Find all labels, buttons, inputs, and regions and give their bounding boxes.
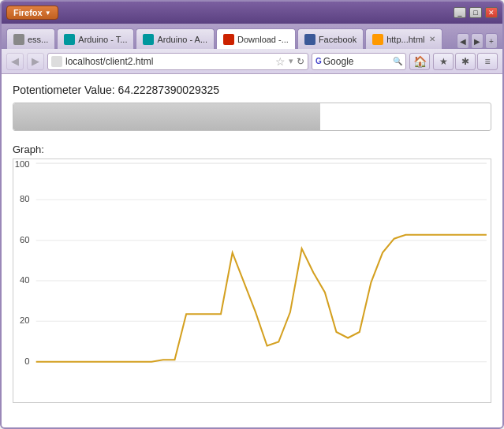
tools-button[interactable]: ✱ [455, 53, 476, 70]
firefox-menu-button[interactable]: Firefox [6, 6, 58, 20]
tab-arduino1-icon [64, 34, 75, 45]
tab-prev[interactable]: ess... [6, 28, 55, 49]
chart-svg: 0 20 40 60 80 100 [13, 159, 491, 402]
bookmarks-button[interactable]: ★ [433, 53, 454, 70]
search-text: Google [323, 56, 391, 67]
menu-button[interactable]: ≡ [477, 53, 498, 70]
graph-label: Graph: [13, 144, 491, 155]
rss-icon[interactable]: ▾ [289, 56, 293, 66]
tab-facebook[interactable]: Facebook [297, 28, 364, 49]
home-button[interactable]: 🏠 [409, 53, 430, 70]
tab-bar: ess... Arduino - T... Arduino - A... Dow… [2, 24, 502, 49]
search-button[interactable]: 🔍 [393, 57, 402, 65]
bookmark-star-icon[interactable]: ☆ [275, 55, 286, 68]
address-bar[interactable]: localhost/client2.html ☆ ▾ ↻ [47, 53, 308, 70]
chart-container: 0 20 40 60 80 100 [13, 159, 491, 403]
back-button[interactable]: ◀ [6, 53, 24, 70]
nav-bar: ◀ ▶ localhost/client2.html ☆ ▾ ↻ G Googl… [2, 49, 502, 74]
tab-facebook-icon [304, 34, 315, 45]
tab-arduino1[interactable]: Arduino - T... [57, 28, 134, 49]
tab-http[interactable]: http...html ✕ [365, 28, 442, 49]
google-icon: G [315, 57, 322, 65]
minimize-button[interactable]: _ [454, 7, 466, 18]
address-text: localhost/client2.html [65, 56, 272, 67]
tab-facebook-label: Facebook [319, 35, 357, 44]
potentiometer-label: Potentiometer Value: 64.22287390029325 [13, 84, 491, 96]
tab-arduino2[interactable]: Arduino - A... [136, 28, 215, 49]
tab-scroll-right[interactable]: ▶ [471, 33, 483, 49]
tab-http-close[interactable]: ✕ [429, 35, 435, 43]
tab-prev-icon [13, 34, 24, 45]
favicon [51, 56, 62, 67]
progress-bar-fill [13, 103, 320, 130]
svg-text:20: 20 [20, 315, 30, 325]
tab-arduino2-icon [143, 34, 154, 45]
tab-download-label: Download -... [237, 35, 289, 44]
reload-button[interactable]: ↻ [297, 56, 304, 67]
tab-arduino1-label: Arduino - T... [78, 35, 127, 44]
svg-text:100: 100 [15, 159, 30, 169]
potentiometer-value: 64.22287390029325 [118, 84, 219, 96]
svg-text:60: 60 [20, 235, 30, 244]
tab-prev-label: ess... [28, 35, 48, 44]
svg-text:40: 40 [20, 275, 30, 285]
browser-window: Firefox _ □ ✕ ess... Arduino - T... Ardu… [0, 0, 504, 429]
potentiometer-prefix: Potentiometer Value: [13, 84, 115, 96]
tab-download[interactable]: Download -... [216, 28, 296, 49]
progress-bar-container [13, 103, 491, 131]
svg-text:80: 80 [20, 194, 30, 203]
search-bar[interactable]: G Google 🔍 [312, 53, 406, 70]
firefox-label: Firefox [13, 8, 43, 17]
tab-arduino2-label: Arduino - A... [157, 35, 207, 44]
tab-http-icon [372, 34, 383, 45]
forward-button[interactable]: ▶ [27, 53, 44, 70]
tab-new[interactable]: + [485, 33, 498, 49]
title-bar: Firefox _ □ ✕ [2, 2, 502, 24]
nav-icon-group: ★ ✱ ≡ [433, 53, 498, 70]
maximize-button[interactable]: □ [469, 7, 482, 18]
close-button[interactable]: ✕ [485, 7, 498, 18]
tab-scroll-arrows: ◀ ▶ + [457, 33, 498, 49]
page-content: Potentiometer Value: 64.22287390029325 G… [2, 74, 502, 427]
tab-scroll-left[interactable]: ◀ [457, 33, 469, 49]
tab-http-label: http...html [386, 35, 424, 44]
svg-text:0: 0 [24, 356, 29, 366]
tab-download-icon [223, 34, 234, 45]
